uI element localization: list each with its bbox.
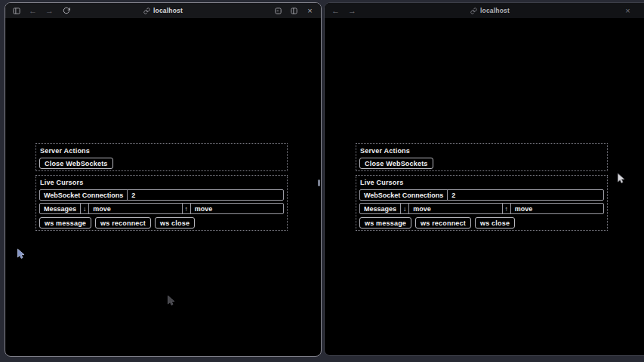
- close-websockets-button[interactable]: Close WebSockets: [39, 158, 113, 169]
- connections-label: WebSocket Connections: [360, 190, 448, 200]
- ws-message-button[interactable]: ws message: [39, 217, 91, 229]
- server-actions-panel: Server Actions Close WebSockets: [356, 143, 608, 171]
- server-actions-title: Server Actions: [359, 146, 604, 155]
- titlebar-left-controls: ← →: [331, 5, 357, 16]
- forward-icon[interactable]: →: [347, 5, 357, 16]
- live-cursors-panel: Live Cursors WebSocket Connections 2 Mes…: [35, 175, 288, 231]
- down-arrow-icon: ↓: [81, 204, 89, 213]
- connections-row: WebSocket Connections 2: [359, 189, 604, 201]
- ws-close-button[interactable]: ws close: [155, 217, 195, 229]
- close-websockets-button[interactable]: Close WebSockets: [359, 158, 433, 169]
- live-cursors-panel: Live Cursors WebSocket Connections 2 Mes…: [356, 175, 608, 231]
- url-text[interactable]: localhost: [153, 7, 183, 14]
- last-up-message: move: [511, 204, 603, 213]
- live-cursors-title: Live Cursors: [39, 178, 284, 187]
- back-icon[interactable]: ←: [331, 5, 340, 16]
- split-view-icon[interactable]: [289, 5, 299, 16]
- connections-label: WebSocket Connections: [40, 190, 128, 200]
- ws-reconnect-button[interactable]: ws reconnect: [95, 217, 151, 229]
- close-icon[interactable]: ×: [305, 5, 315, 16]
- live-cursors-title: Live Cursors: [359, 178, 604, 187]
- messages-row: Messages ↓ move ↑ move: [359, 203, 604, 214]
- titlebar-left-controls: ← →: [11, 5, 71, 16]
- link-icon: [143, 8, 150, 14]
- connections-value: 2: [128, 190, 283, 200]
- up-arrow-icon: ↑: [183, 204, 191, 213]
- scrollbar-thumb[interactable]: [318, 179, 320, 186]
- titlebar: ← → localhost: [5, 3, 321, 18]
- forward-icon[interactable]: →: [45, 5, 54, 16]
- connections-value: 2: [448, 190, 603, 200]
- sidebar-toggle-icon[interactable]: [11, 5, 21, 16]
- up-arrow-icon: ↑: [503, 204, 511, 213]
- ws-reconnect-button[interactable]: ws reconnect: [415, 217, 471, 229]
- url-text[interactable]: localhost: [480, 7, 510, 14]
- down-arrow-icon: ↓: [401, 204, 409, 213]
- browser-window-right: ← → localhost × Server Actions Close Web…: [324, 2, 644, 356]
- titlebar-right-controls: ×: [273, 5, 315, 16]
- last-up-message: move: [191, 204, 283, 213]
- titlebar-right-controls: ×: [623, 5, 633, 16]
- connections-row: WebSocket Connections 2: [39, 189, 284, 201]
- refresh-icon[interactable]: [61, 5, 71, 16]
- address-display: localhost: [325, 3, 644, 18]
- ws-message-button[interactable]: ws message: [359, 217, 411, 229]
- close-icon[interactable]: ×: [623, 5, 633, 16]
- last-down-message: move: [409, 204, 502, 213]
- messages-row: Messages ↓ move ↑ move: [39, 203, 284, 214]
- back-icon[interactable]: ←: [28, 5, 38, 16]
- link-icon: [470, 8, 477, 14]
- titlebar: ← → localhost ×: [325, 3, 644, 18]
- messages-label: Messages: [40, 204, 81, 213]
- server-actions-title: Server Actions: [39, 146, 284, 155]
- last-down-message: move: [89, 204, 182, 213]
- messages-label: Messages: [360, 204, 401, 213]
- server-actions-panel: Server Actions Close WebSockets: [35, 143, 288, 171]
- reader-view-icon[interactable]: [273, 5, 283, 16]
- ws-close-button[interactable]: ws close: [475, 217, 515, 229]
- browser-window-left: ← → localhost: [5, 2, 322, 357]
